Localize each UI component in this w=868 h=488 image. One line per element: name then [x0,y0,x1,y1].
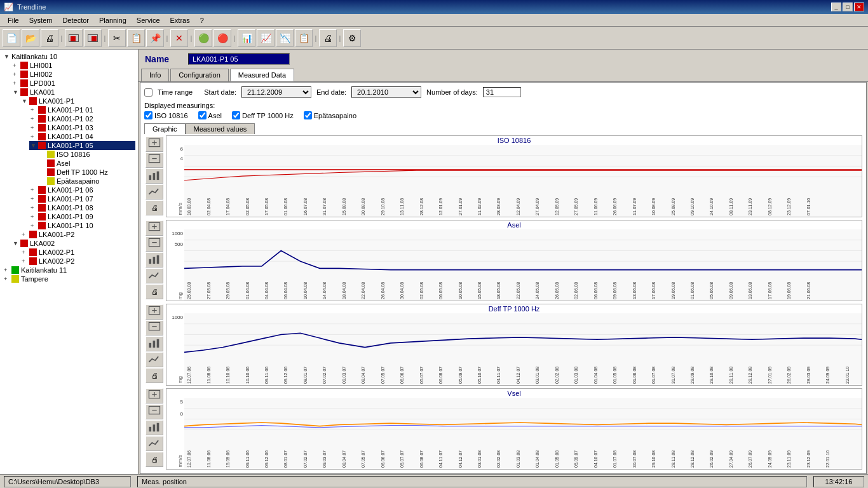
svg-text:02.05.08: 02.05.08 [419,282,424,299]
menu-service[interactable]: Service [132,15,165,25]
tab-measured-data[interactable]: Measured Data [230,69,294,81]
green-btn[interactable]: 🟢 [194,29,212,47]
check-deff-tp[interactable]: Deff TP 1000 Hz [232,111,294,119]
tree-lka001-p1-03[interactable]: + LKA001-P1 03 [29,123,135,132]
start-date-label: Start date: [204,88,236,96]
tree-lka001-p1-01[interactable]: + LKA001-P1 01 [29,105,135,114]
menu-planning[interactable]: Planning [94,15,132,25]
copy-button[interactable]: 📋 [127,29,145,47]
check-iso10816[interactable]: ISO 10816 [144,111,188,119]
graph-tab-graphic[interactable]: Graphic [144,123,186,134]
tree-lka001-p1-10[interactable]: + LKA001-P1 10 [29,221,135,230]
days-input[interactable] [483,87,521,97]
maximize-button[interactable]: □ [843,3,853,11]
menu-help[interactable]: ? [195,15,209,25]
tree-asel[interactable]: Asel [38,159,135,168]
zoom-out-btn[interactable] [146,152,163,168]
tree-kaitilankatu10[interactable]: ▼ Kaitilankatu 10 [3,52,135,61]
zoom-out-btn4[interactable] [146,404,163,419]
menu-extras[interactable]: Extras [165,15,195,25]
open-button[interactable]: 📂 [22,29,39,47]
new-button[interactable]: 📄 [3,29,20,47]
zoom-in-btn[interactable] [146,137,163,152]
tree-tampere[interactable]: + Tampere [3,274,135,283]
tree-lhi001[interactable]: + LHI001 [11,61,135,70]
chart-btn3[interactable]: 📉 [276,29,294,47]
tree-lka001-p1-02[interactable]: + LKA001-P1 02 [29,114,135,123]
paste-button[interactable]: 📌 [146,29,164,47]
print-btn2[interactable]: 🖨 [319,29,337,47]
print-button[interactable]: 🖨 [41,29,58,47]
zoom-in-btn3[interactable] [146,304,163,320]
line-chart-btn2[interactable] [146,268,163,283]
tree-deff-tp[interactable]: Deff TP 1000 Hz [38,168,135,177]
tree-lka001-p1-07[interactable]: + LKA001-P1 07 [29,194,135,203]
tree-lhi002[interactable]: + LHI002 [11,70,135,79]
bar-chart-btn3[interactable] [146,336,163,351]
print-chart-btn3[interactable]: 🖨 [146,368,163,383]
tab-configuration[interactable]: Configuration [170,69,228,81]
tree-lka002[interactable]: ▼ LKA002 [11,239,135,248]
zoom-out-btn3[interactable] [146,320,163,336]
tree-lka001-p1-09[interactable]: + LKA001-P1 09 [29,212,135,221]
chart-btn4[interactable]: 📋 [295,29,313,47]
svg-text:06.04.08: 06.04.08 [283,282,288,299]
tree-lka002-p1[interactable]: + LKA002-P1 [20,248,135,257]
menu-file[interactable]: File [3,15,24,25]
time-range-checkbox[interactable] [144,88,153,97]
check-epatasapaino[interactable]: Epätasapaino [304,111,356,119]
menu-system[interactable]: System [24,15,58,25]
tree-label: LKA002-P1 [39,248,74,256]
close-button[interactable]: ✕ [854,3,864,11]
tree-lka001-p1-04[interactable]: + LKA001-P1 04 [29,132,135,141]
chart-btn1[interactable]: 📊 [238,29,255,47]
expand-icon: + [13,71,20,78]
tab-content-measured-data: Time range Start date: 21.12.2009 End da… [140,82,867,474]
toggle-btn[interactable] [65,29,83,47]
tree-label: Tampere [21,275,48,283]
tree-epatasapaino[interactable]: Epätasapaino [38,177,135,186]
tree-lka001-p1-05[interactable]: ▼ LKA001-P1 05 [29,141,135,150]
bar-chart-btn[interactable] [146,168,163,184]
bar-chart-btn4[interactable] [146,420,163,435]
print-chart-btn4[interactable]: 🖨 [146,452,163,467]
tree-lka001-p1-06[interactable]: + LKA001-P1 06 [29,186,135,194]
red-btn[interactable]: 🔴 [214,29,231,47]
tree-label: LKA001-P1 [39,97,74,105]
tree-iso10816[interactable]: ISO 10816 [38,150,135,159]
red-icon [20,62,28,69]
cut-button[interactable]: ✂ [108,29,126,47]
name-input[interactable] [188,53,290,65]
zoom-in-btn2[interactable] [146,220,163,236]
bar-chart-btn2[interactable] [146,252,163,268]
tree-lka001-p1-08[interactable]: + LKA001-P1 08 [29,203,135,212]
line-chart-btn[interactable] [146,184,163,200]
tree-lka001[interactable]: ▼ LKA001 [11,88,135,97]
delete-button[interactable]: ✕ [170,29,188,47]
tree-lka001-p1[interactable]: ▼ LKA001-P1 [20,97,135,105]
line-chart-btn4[interactable] [146,436,163,451]
tree-lka002-p2[interactable]: + LKA002-P2 [20,257,135,266]
zoom-in-btn4[interactable] [146,388,163,403]
graph-tab-measured-values[interactable]: Measured values [186,123,255,134]
print-chart-btn[interactable]: 🖨 [146,200,163,215]
line-chart-btn3[interactable] [146,352,163,367]
chart-btn2[interactable]: 📈 [257,29,275,47]
minimize-button[interactable]: _ [831,3,841,11]
chart1-controls: 🖨 [146,137,163,215]
print-chart-btn2[interactable]: 🖨 [146,284,163,299]
zoom-out-btn2[interactable] [146,236,163,252]
svg-text:01.07.08: 01.07.08 [651,366,656,383]
tree-lpd001[interactable]: + LPD001 [11,79,135,88]
yellow-icon [47,151,55,158]
tree-kaitilankatu11[interactable]: + Kaitilankatu 11 [3,266,135,274]
tab-info[interactable]: Info [141,69,169,81]
check-asel[interactable]: Asel [198,111,222,119]
settings-btn[interactable]: ⚙ [343,29,361,47]
toggle-btn2[interactable] [84,29,102,47]
start-date-select[interactable]: 21.12.2009 [241,86,311,98]
svg-text:23.12.09: 23.12.09 [806,451,811,468]
end-date-select[interactable]: 20.1.2010 [351,86,421,98]
menu-detector[interactable]: Detector [57,15,94,25]
tree-lka001-p2[interactable]: + LKA001-P2 [20,230,135,239]
